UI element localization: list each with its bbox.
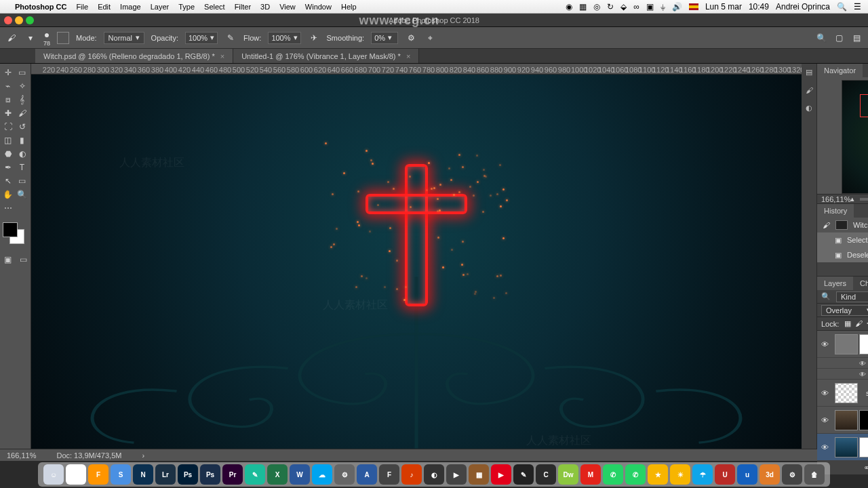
blend-mode-select[interactable]: Overlay▾: [821, 305, 868, 316]
tab-navigator[interactable]: Navigator: [817, 64, 863, 77]
dock-app-icon[interactable]: ☂: [692, 464, 713, 485]
color-swatches[interactable]: [1, 221, 28, 248]
dock-app-icon[interactable]: Ps: [178, 464, 198, 485]
layer-row[interactable]: 👁 Puerta fx ▾: [817, 331, 868, 358]
traffic-min-icon[interactable]: [15, 16, 23, 24]
ruler-horizontal[interactable]: 2202402602803003203403603804004204404604…: [31, 64, 802, 75]
dock-app-icon[interactable]: ♪: [401, 464, 422, 485]
brush-panel-icon[interactable]: 🖌: [806, 86, 813, 94]
airbrush-icon[interactable]: ✈: [308, 32, 320, 44]
menu-select[interactable]: Select: [204, 3, 225, 11]
lasso-tool-icon[interactable]: ⌁: [1, 80, 14, 92]
menu-type[interactable]: Type: [178, 3, 195, 11]
circle-icon[interactable]: ◎: [593, 2, 600, 12]
tab-layers[interactable]: Layers: [817, 277, 853, 290]
history-snapshot[interactable]: 🖌 Witch.psd: [817, 218, 868, 232]
layers-list[interactable]: 👁 Puerta fx ▾ 👁 Effects 👁 Inner Shadow 👁: [817, 331, 868, 461]
dock-app-icon[interactable]: N: [133, 464, 153, 485]
menu-help[interactable]: Help: [341, 3, 357, 11]
zoom-tool-icon[interactable]: 🔍: [16, 188, 28, 201]
dock-app-icon[interactable]: Dw: [558, 464, 578, 485]
close-icon[interactable]: ×: [406, 52, 410, 60]
dock-app-icon[interactable]: ☁: [312, 464, 332, 485]
pressure-size-icon[interactable]: ⌖: [424, 32, 436, 44]
wifi-icon[interactable]: ⏚: [660, 2, 665, 12]
dock-app-icon[interactable]: F: [88, 464, 108, 485]
move-tool-icon[interactable]: ✛: [1, 66, 14, 79]
rec-icon[interactable]: ◉: [566, 2, 572, 12]
visibility-icon[interactable]: 👁: [817, 416, 832, 424]
visibility-icon[interactable]: 👁: [817, 389, 832, 397]
smoothing-gear-icon[interactable]: ⚙: [405, 32, 417, 44]
flag-es-icon[interactable]: [689, 3, 698, 10]
magic-wand-tool-icon[interactable]: ✧: [16, 80, 28, 92]
dock-app-icon[interactable]: W: [290, 464, 310, 485]
eraser-tool-icon[interactable]: ◫: [1, 134, 14, 146]
screenmode-icon[interactable]: ▭: [17, 253, 30, 266]
traffic-close-icon[interactable]: [4, 16, 12, 24]
sync-icon[interactable]: ↻: [607, 2, 614, 12]
dock-app-icon[interactable]: S: [111, 464, 131, 485]
flow-input[interactable]: 100%▾: [268, 32, 300, 44]
menu-view[interactable]: View: [279, 3, 296, 11]
volume-icon[interactable]: 🔊: [672, 2, 682, 12]
dock-app-icon[interactable]: ✎: [513, 464, 534, 485]
search-icon[interactable]: 🔍: [837, 2, 847, 12]
dock-app-icon[interactable]: Ps: [200, 464, 220, 485]
notifications-icon[interactable]: ☰: [854, 2, 861, 12]
layer-effect-item[interactable]: 👁 Inner Shadow: [817, 369, 868, 380]
history-state[interactable]: ▣ Deselect: [817, 247, 868, 262]
visibility-icon[interactable]: 👁: [817, 443, 832, 451]
tab-histogram[interactable]: Histogram: [863, 64, 868, 77]
eyedropper-tool-icon[interactable]: 𝄞: [16, 94, 28, 106]
lock-trans-icon[interactable]: ▦: [844, 319, 851, 328]
dock-app-icon[interactable]: ▶: [446, 464, 467, 485]
dock-app-icon[interactable]: ★: [648, 464, 668, 485]
crop-tool-icon[interactable]: ⧈: [1, 94, 14, 106]
menu-3d[interactable]: 3D: [260, 3, 270, 11]
adjust-panel-icon[interactable]: ◐: [806, 104, 812, 113]
dodge-tool-icon[interactable]: ◐: [16, 148, 28, 160]
dock-app-icon[interactable]: ⚙: [782, 464, 802, 485]
mode-select[interactable]: Normal▾: [104, 32, 144, 44]
layer-row-selected[interactable]: 👁 Relleno degradado 1: [817, 434, 868, 461]
dock-app-icon[interactable]: M: [580, 464, 601, 485]
dock-app-icon[interactable]: Pr: [222, 464, 243, 485]
type-tool-icon[interactable]: T: [16, 161, 28, 174]
visibility-icon[interactable]: 👁: [817, 340, 832, 348]
display-icon[interactable]: ▣: [646, 2, 654, 12]
tab-history[interactable]: History: [817, 204, 854, 218]
dock-app-icon[interactable]: A: [357, 464, 377, 485]
traffic-zoom-icon[interactable]: [26, 16, 34, 24]
path-tool-icon[interactable]: ↖: [1, 175, 14, 187]
navigator-thumb[interactable]: [842, 80, 868, 194]
navigator-viewbox[interactable]: [860, 94, 868, 117]
layer-row[interactable]: 👁 suelo: [817, 407, 868, 434]
stamp-tool-icon[interactable]: ⛶: [1, 121, 14, 133]
brush-tool-icon[interactable]: 🖌: [5, 32, 18, 44]
fg-color-swatch[interactable]: [3, 222, 18, 237]
dock-app-icon[interactable]: ⚙: [334, 464, 355, 485]
history-state[interactable]: ▣ Select Canvas: [817, 232, 868, 247]
brush-preview-icon[interactable]: ●: [44, 29, 50, 40]
doc-tab-1[interactable]: Witch.psd @ 166% (Relleno degradado 1, R…: [35, 49, 233, 63]
doc-tab-2[interactable]: Untitled-1 @ 176% (Vibrance 1, Layer Mas…: [233, 49, 419, 63]
dock-app-icon[interactable]: Lr: [155, 464, 176, 485]
dock-app-icon[interactable]: 3d: [760, 464, 780, 485]
menubar-user[interactable]: Andrei Oprinca: [776, 2, 830, 12]
dropbox-icon[interactable]: ⬙: [620, 2, 627, 12]
dock-app-icon[interactable]: u: [737, 464, 757, 485]
status-chevron-icon[interactable]: ›: [142, 451, 144, 460]
hand-tool-icon[interactable]: ✋: [1, 188, 14, 201]
shape-tool-icon[interactable]: ▭: [16, 175, 28, 187]
grid-icon[interactable]: ▦: [579, 2, 587, 12]
opacity-input[interactable]: 100%▾: [185, 32, 218, 44]
menu-filter[interactable]: Filter: [235, 3, 251, 11]
status-zoom[interactable]: 166,11%: [7, 451, 36, 460]
pressure-opacity-icon[interactable]: ✎: [224, 32, 237, 44]
canvas[interactable]: 人人素材社区 人人素材社区 人人素材社区: [31, 75, 802, 449]
pen-tool-icon[interactable]: ✒: [1, 161, 14, 174]
nav-zoom-value[interactable]: 166,11%: [821, 195, 850, 203]
dock-app-icon[interactable]: ◐: [424, 464, 444, 485]
menu-window[interactable]: Window: [305, 3, 332, 11]
